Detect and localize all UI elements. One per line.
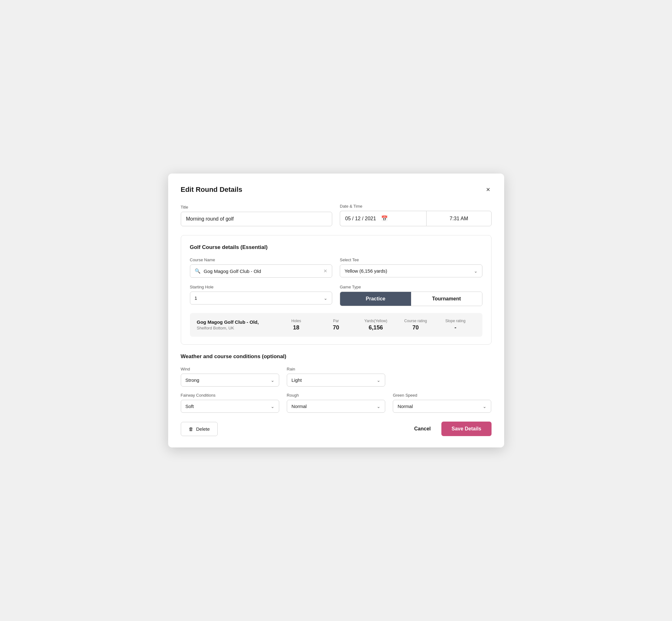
time-value: 7:31 AM bbox=[450, 216, 468, 221]
rain-dropdown[interactable]: Light ⌄ bbox=[287, 374, 385, 386]
footer-row: 🗑 Delete Cancel Save Details bbox=[181, 422, 492, 436]
weather-title: Weather and course conditions (optional) bbox=[181, 354, 492, 360]
select-tee-field: Select Tee Yellow (6,156 yards) ⌄ bbox=[340, 257, 482, 278]
rain-field: Rain Light ⌄ bbox=[287, 367, 385, 386]
title-field-group: Title bbox=[181, 205, 333, 226]
course-info-name: Gog Magog Golf Club - Old, Shelford Bott… bbox=[197, 319, 277, 330]
slope-rating-stat: Slope rating - bbox=[435, 319, 475, 331]
rain-label: Rain bbox=[287, 367, 385, 371]
course-name-field: Course Name 🔍 Gog Magog Golf Club - Old … bbox=[190, 257, 333, 278]
date-input[interactable]: 05 / 12 / 2021 📅 bbox=[340, 211, 426, 226]
chevron-down-icon: ⌄ bbox=[474, 268, 478, 274]
chevron-down-icon: ⌄ bbox=[483, 404, 487, 409]
game-type-toggle: Practice Tournament bbox=[340, 292, 482, 306]
fairway-field: Fairway Conditions Soft ⌄ bbox=[181, 393, 279, 413]
tournament-button[interactable]: Tournament bbox=[411, 292, 482, 306]
select-tee-label: Select Tee bbox=[340, 257, 482, 262]
golf-course-section: Golf Course details (Essential) Course N… bbox=[181, 235, 492, 344]
slope-rating-label: Slope rating bbox=[445, 319, 465, 323]
green-speed-dropdown[interactable]: Normal ⌄ bbox=[393, 400, 491, 413]
par-label: Par bbox=[333, 319, 339, 323]
course-name-label: Course Name bbox=[190, 257, 333, 262]
rain-value: Light bbox=[292, 377, 302, 383]
edit-round-modal: Edit Round Details × Title Date & Time 0… bbox=[168, 173, 504, 448]
yards-value: 6,156 bbox=[369, 324, 383, 331]
wind-field: Wind Strong ⌄ bbox=[181, 367, 279, 386]
slope-rating-value: - bbox=[454, 324, 456, 331]
delete-button[interactable]: 🗑 Delete bbox=[181, 422, 218, 436]
title-input[interactable] bbox=[181, 212, 333, 226]
game-type-label: Game Type bbox=[340, 285, 482, 289]
chevron-down-icon: ⌄ bbox=[324, 296, 328, 301]
game-type-field: Game Type Practice Tournament bbox=[340, 285, 482, 306]
fairway-dropdown[interactable]: Soft ⌄ bbox=[181, 400, 279, 413]
hole-gametype-row: Starting Hole 1 ⌄ Game Type Practice Tou… bbox=[190, 285, 482, 306]
course-name-value: Gog Magog Golf Club - Old bbox=[204, 268, 321, 274]
trash-icon: 🗑 bbox=[189, 426, 194, 432]
rough-field: Rough Normal ⌄ bbox=[287, 393, 385, 413]
search-icon: 🔍 bbox=[195, 268, 201, 274]
datetime-label: Date & Time bbox=[340, 204, 492, 209]
rough-label: Rough bbox=[287, 393, 385, 398]
course-rating-label: Course rating bbox=[404, 319, 427, 323]
course-info-location: Shelford Bottom, UK bbox=[197, 326, 277, 330]
starting-hole-value: 1 bbox=[195, 295, 197, 301]
cancel-button[interactable]: Cancel bbox=[411, 422, 434, 436]
datetime-field-group: Date & Time 05 / 12 / 2021 📅 7:31 AM bbox=[340, 204, 492, 226]
select-tee-dropdown[interactable]: Yellow (6,156 yards) ⌄ bbox=[340, 264, 482, 277]
close-button[interactable]: × bbox=[485, 185, 492, 194]
time-input[interactable]: 7:31 AM bbox=[426, 211, 491, 226]
wind-value: Strong bbox=[185, 377, 199, 383]
top-row: Title Date & Time 05 / 12 / 2021 📅 7:31 … bbox=[181, 204, 492, 226]
chevron-down-icon: ⌄ bbox=[271, 404, 275, 409]
chevron-down-icon: ⌄ bbox=[377, 404, 380, 409]
modal-title: Edit Round Details bbox=[181, 185, 243, 194]
datetime-row: 05 / 12 / 2021 📅 7:31 AM bbox=[340, 211, 492, 226]
rough-value: Normal bbox=[292, 404, 307, 409]
par-stat: Par 70 bbox=[316, 319, 356, 331]
course-info-row: Gog Magog Golf Club - Old, Shelford Bott… bbox=[190, 313, 482, 337]
holes-value: 18 bbox=[293, 324, 299, 331]
rough-dropdown[interactable]: Normal ⌄ bbox=[287, 400, 385, 413]
title-label: Title bbox=[181, 205, 333, 210]
green-speed-field: Green Speed Normal ⌄ bbox=[393, 393, 491, 413]
calendar-icon: 📅 bbox=[381, 215, 388, 222]
course-info-name-text: Gog Magog Golf Club - Old, bbox=[197, 319, 277, 325]
starting-hole-dropdown[interactable]: 1 ⌄ bbox=[190, 292, 333, 304]
weather-section: Weather and course conditions (optional)… bbox=[181, 354, 492, 413]
fairway-rough-green-row: Fairway Conditions Soft ⌄ Rough Normal ⌄… bbox=[181, 393, 492, 413]
select-tee-value: Yellow (6,156 yards) bbox=[344, 268, 387, 274]
modal-header: Edit Round Details × bbox=[181, 185, 492, 194]
fairway-value: Soft bbox=[185, 404, 194, 409]
golf-section-title: Golf Course details (Essential) bbox=[190, 244, 482, 251]
course-rating-value: 70 bbox=[412, 324, 419, 331]
par-value: 70 bbox=[333, 324, 339, 331]
yards-label: Yards(Yellow) bbox=[365, 319, 387, 323]
fairway-label: Fairway Conditions bbox=[181, 393, 279, 398]
wind-rain-row: Wind Strong ⌄ Rain Light ⌄ bbox=[181, 367, 492, 386]
footer-right: Cancel Save Details bbox=[411, 422, 492, 436]
save-button[interactable]: Save Details bbox=[442, 422, 491, 436]
chevron-down-icon: ⌄ bbox=[271, 378, 275, 383]
yards-stat: Yards(Yellow) 6,156 bbox=[356, 319, 395, 331]
course-name-search[interactable]: 🔍 Gog Magog Golf Club - Old ✕ bbox=[190, 264, 333, 278]
holes-label: Holes bbox=[292, 319, 301, 323]
chevron-down-icon: ⌄ bbox=[377, 378, 380, 383]
starting-hole-field: Starting Hole 1 ⌄ bbox=[190, 285, 333, 306]
practice-button[interactable]: Practice bbox=[340, 292, 411, 306]
wind-dropdown[interactable]: Strong ⌄ bbox=[181, 374, 279, 386]
date-value: 05 / 12 / 2021 bbox=[345, 216, 376, 221]
wind-label: Wind bbox=[181, 367, 279, 371]
green-speed-value: Normal bbox=[397, 404, 413, 409]
starting-hole-label: Starting Hole bbox=[190, 285, 333, 289]
delete-label: Delete bbox=[196, 426, 210, 432]
course-rating-stat: Course rating 70 bbox=[395, 319, 435, 331]
green-speed-label: Green Speed bbox=[393, 393, 491, 398]
holes-stat: Holes 18 bbox=[277, 319, 316, 331]
course-tee-row: Course Name 🔍 Gog Magog Golf Club - Old … bbox=[190, 257, 482, 278]
clear-icon[interactable]: ✕ bbox=[323, 268, 328, 274]
